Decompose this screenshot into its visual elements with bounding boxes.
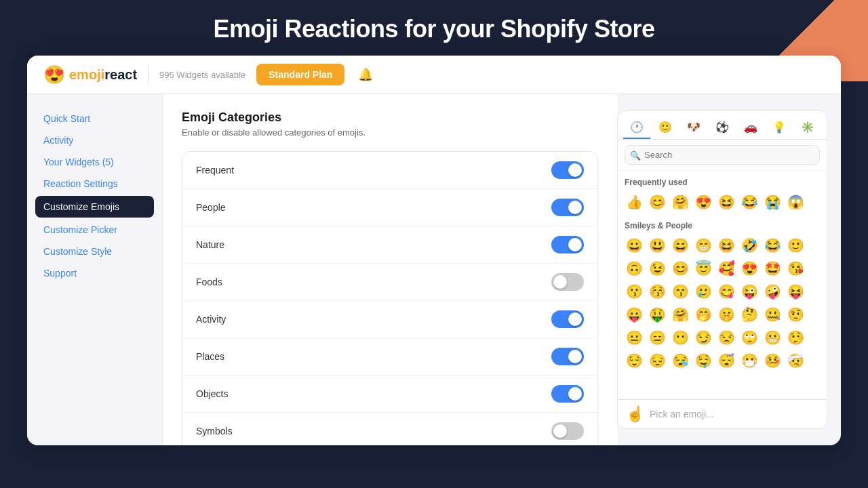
category-label: Symbols <box>196 426 233 436</box>
footer-emoji: ☝️ <box>626 405 644 423</box>
toggle-nature[interactable] <box>551 236 584 253</box>
emoji-cell[interactable]: 😏 <box>692 327 714 348</box>
logo-react-part: react <box>104 67 137 82</box>
category-row: People <box>182 189 597 226</box>
emoji-cell[interactable]: 😊 <box>669 258 691 279</box>
picker-tab-6[interactable]: ✳️ <box>794 117 821 139</box>
emoji-cell[interactable]: 🙂 <box>785 235 806 256</box>
toggle-frequent[interactable] <box>551 161 584 179</box>
emoji-cell[interactable]: 😂 <box>738 191 760 213</box>
emoji-cell[interactable]: 🤗 <box>669 304 691 325</box>
emoji-cell[interactable]: 😍 <box>738 258 760 279</box>
toggle-people[interactable] <box>551 199 584 216</box>
emoji-cell[interactable]: 🤥 <box>785 327 806 348</box>
emoji-cell[interactable]: 😗 <box>623 281 645 302</box>
emoji-cell[interactable]: 😃 <box>646 235 668 256</box>
emoji-cell[interactable]: 🤐 <box>762 304 783 325</box>
toggle-track <box>551 422 584 440</box>
emoji-cell[interactable]: 🤔 <box>738 304 760 325</box>
emoji-cell[interactable]: 😆 <box>715 191 737 213</box>
emoji-cell[interactable]: 😭 <box>762 191 783 213</box>
emoji-cell[interactable]: 😍 <box>692 191 714 213</box>
emoji-cell[interactable]: 🤫 <box>715 304 737 325</box>
emoji-cell[interactable]: 😴 <box>715 350 737 371</box>
category-label: Nature <box>196 239 224 250</box>
toggle-objects[interactable] <box>551 385 584 403</box>
emoji-cell[interactable]: 🥰 <box>715 258 737 279</box>
emoji-cell[interactable]: 😄 <box>669 235 691 256</box>
emoji-cell[interactable]: 😌 <box>623 350 645 371</box>
emoji-cell[interactable]: 😘 <box>785 258 806 279</box>
picker-body: Frequently used👍😊🤗😍😆😂😭😱Smileys & People😀… <box>618 171 827 399</box>
toggle-thumb <box>568 312 582 326</box>
emoji-picker-panel: 🕐🙂🐶⚽🚗💡✳️ 🔍 Frequently used👍😊🤗😍😆😂😭😱Smiley… <box>617 110 827 429</box>
sidebar-item-activity[interactable]: Activity <box>27 129 162 151</box>
emoji-cell[interactable]: 🤣 <box>738 235 760 256</box>
emoji-cell[interactable]: 😬 <box>762 327 783 348</box>
toggle-thumb <box>568 163 582 177</box>
picker-tab-4[interactable]: 🚗 <box>737 117 764 139</box>
emoji-cell[interactable]: 🙃 <box>623 258 645 279</box>
emoji-cell[interactable]: 🤕 <box>785 350 806 371</box>
emoji-cell[interactable]: 😛 <box>623 304 645 325</box>
emoji-cell[interactable]: 😆 <box>715 235 737 256</box>
emoji-cell[interactable]: 😀 <box>623 235 645 256</box>
picker-tab-1[interactable]: 🙂 <box>652 117 679 139</box>
toggle-places[interactable] <box>551 348 584 365</box>
emoji-cell[interactable]: 😷 <box>738 350 760 371</box>
emoji-cell[interactable]: 😊 <box>646 191 668 213</box>
emoji-cell[interactable]: 🤤 <box>692 350 714 371</box>
emoji-cell[interactable]: 😐 <box>623 327 645 348</box>
bell-icon[interactable]: 🔔 <box>358 67 373 82</box>
emoji-cell[interactable]: 🤪 <box>762 281 783 302</box>
emoji-cell[interactable]: 🤑 <box>646 304 668 325</box>
category-row: Objects <box>182 375 597 413</box>
picker-tab-2[interactable]: 🐶 <box>680 117 707 139</box>
emoji-cell[interactable]: 😉 <box>646 258 668 279</box>
sidebar-item-reaction-settings[interactable]: Reaction Settings <box>27 173 162 195</box>
emoji-cell[interactable]: 🤨 <box>785 304 806 325</box>
emoji-cell[interactable]: 🤭 <box>692 304 714 325</box>
emoji-cell[interactable]: 🤒 <box>762 350 783 371</box>
category-row: Symbols <box>182 413 597 445</box>
sidebar-item-customize-picker[interactable]: Customize Picker <box>27 219 162 241</box>
sidebar-item-your-widgets-(5)[interactable]: Your Widgets (5) <box>27 151 162 173</box>
emoji-cell[interactable]: 😱 <box>785 191 806 213</box>
emoji-cell[interactable]: 😚 <box>646 281 668 302</box>
logo-emoji-part: emoji <box>69 67 104 82</box>
emoji-cell[interactable]: 😝 <box>785 281 806 302</box>
sidebar-item-customize-style[interactable]: Customize Style <box>27 241 162 262</box>
toggle-activity[interactable] <box>551 310 584 328</box>
emoji-cell[interactable]: 🥲 <box>692 281 714 302</box>
emoji-cell[interactable]: 😔 <box>646 350 668 371</box>
toggle-thumb <box>568 201 582 214</box>
sidebar-item-support[interactable]: Support <box>27 262 162 284</box>
emoji-cell[interactable]: 🙄 <box>738 327 760 348</box>
emoji-cell[interactable]: 😂 <box>762 235 783 256</box>
emoji-cell[interactable]: 😪 <box>669 350 691 371</box>
sidebar-item-quick-start[interactable]: Quick Start <box>27 108 162 129</box>
emoji-cell[interactable]: 😑 <box>646 327 668 348</box>
toggle-foods[interactable] <box>551 273 584 291</box>
emoji-cell[interactable]: 🤩 <box>762 258 783 279</box>
emoji-section-label: Smileys & People <box>623 221 821 230</box>
emoji-cell[interactable]: 😒 <box>715 327 737 348</box>
emoji-cell[interactable]: 😶 <box>669 327 691 348</box>
emoji-cell[interactable]: 👍 <box>623 191 645 213</box>
emoji-cell[interactable]: 😜 <box>738 281 760 302</box>
emoji-cell[interactable]: 😙 <box>669 281 691 302</box>
picker-tab-0[interactable]: 🕐 <box>623 117 650 139</box>
picker-tab-3[interactable]: ⚽ <box>709 117 736 139</box>
picker-tab-5[interactable]: 💡 <box>766 117 793 139</box>
emoji-cell[interactable]: 🤗 <box>669 191 691 213</box>
category-list: FrequentPeopleNatureFoodsActivityPlacesO… <box>182 151 598 445</box>
sidebar-item-customize-emojis[interactable]: Customize Emojis <box>35 196 154 218</box>
search-input[interactable] <box>625 145 820 165</box>
standard-plan-button[interactable]: Standard Plan <box>256 64 344 85</box>
emoji-cell[interactable]: 😁 <box>692 235 714 256</box>
toggle-track <box>551 161 584 179</box>
toggle-symbols[interactable] <box>551 422 584 440</box>
emoji-cell[interactable]: 😋 <box>715 281 737 302</box>
emoji-cell[interactable]: 😇 <box>692 258 714 279</box>
picker-search-container: 🔍 <box>618 140 827 171</box>
